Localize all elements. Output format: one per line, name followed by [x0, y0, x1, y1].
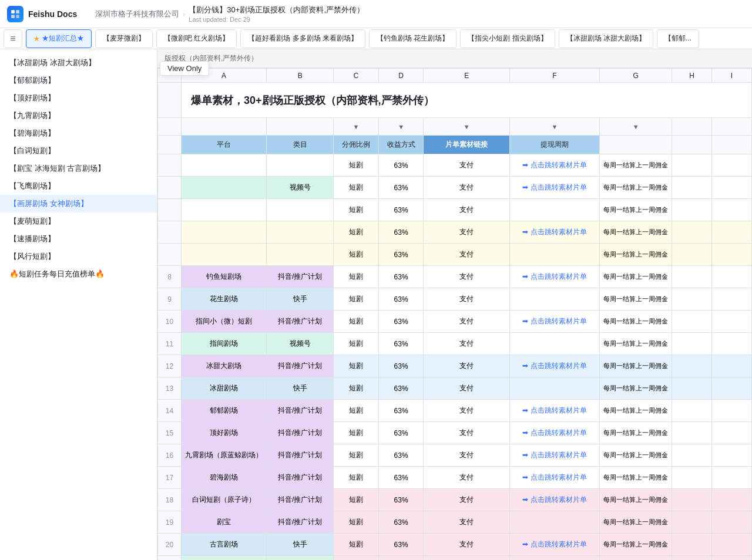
app-logo-icon: [7, 6, 24, 22]
col-header-h: [672, 136, 712, 154]
cell-platform: 九霄剧场（原蓝鲸剧场）: [182, 444, 267, 467]
breadcrumb-company[interactable]: 深圳市格子科技有限公司: [95, 9, 179, 19]
col-d-letter: D: [378, 69, 424, 83]
cell-period: 每周一结算上一周佣金: [600, 400, 672, 422]
cell-link[interactable]: ➡ 点击跳转素材片单: [509, 154, 599, 177]
cell-ratio: 63%: [378, 400, 424, 422]
cell-income: 支付: [424, 377, 509, 400]
breadcrumb-doc-title: 【剧分钱】30+剧场正版授权（内部资料,严禁外传）: [189, 5, 364, 15]
cell-period: 每周一结算上一周佣金: [600, 311, 672, 333]
tab-yuyu[interactable]: 【郁郁...: [657, 29, 699, 48]
cell-ratio: 63%: [378, 177, 424, 199]
sidebar-item-tasks[interactable]: 🔥短剧任务每日充值榜单🔥: [0, 265, 157, 283]
tab-summary[interactable]: ★★短剧汇总★: [26, 29, 92, 48]
cell-i: [712, 221, 752, 244]
cell-category: 短剧: [334, 467, 379, 489]
filter-cell-i: [712, 118, 752, 136]
cell-ratio: 63%: [378, 489, 424, 511]
cell-ratio: 63%: [378, 444, 424, 467]
cell-i: [712, 489, 752, 511]
breadcrumb: 深圳市格子科技有限公司 › 【剧分钱】30+剧场正版授权（内部资料,严禁外传） …: [95, 5, 364, 23]
row-number: [158, 154, 182, 177]
cell-link[interactable]: ➡ 点击跳转素材片单: [509, 467, 599, 489]
cell-income: 支付: [424, 333, 509, 355]
table-row: 14郁郁剧场抖音/推广计划短剧63%支付➡ 点击跳转素材片单每周一结算上一周佣金: [158, 400, 752, 422]
sidebar-item-feiying[interactable]: 【飞鹰剧场】: [0, 177, 157, 195]
table-row: 19剧宝抖音/推广计划短剧63%支付每周一结算上一周佣金: [158, 511, 752, 534]
cell-link: [509, 377, 599, 400]
sidebar-item-fengxing[interactable]: 【风行短剧】: [0, 248, 157, 265]
data-table: A B C D E F G H I: [157, 68, 752, 560]
sidebar-item-maimeng[interactable]: 【麦萌短剧】: [0, 212, 157, 230]
cell-i: [712, 333, 752, 355]
cell-ratio: 63%: [378, 422, 424, 444]
table-row: 13冰甜剧场快手短剧63%支付每周一结算上一周佣金: [158, 377, 752, 400]
sidebar-item-jiuxiao[interactable]: 【九霄剧场】: [0, 107, 157, 124]
sidebar-item-subo[interactable]: 【速播剧场】: [0, 230, 157, 248]
cell-h: [672, 556, 712, 561]
top-bar: Feishu Docs 深圳市格子科技有限公司 › 【剧分钱】30+剧场正版授权…: [0, 0, 752, 28]
row-num-title: [158, 83, 182, 118]
tab-chaohao[interactable]: 【超好看剧场 多多剧场 来看剧场】: [240, 29, 365, 48]
cell-i: [712, 244, 752, 266]
row-number: 18: [158, 489, 182, 511]
cell-period: 每周一结算上一周佣金: [600, 534, 672, 556]
cell-link[interactable]: ➡ 点击跳转素材片单: [509, 311, 599, 333]
cell-period: 每周一结算上一周佣金: [600, 444, 672, 467]
cell-link[interactable]: ➡ 点击跳转素材片单: [509, 422, 599, 444]
cell-i: [712, 288, 752, 311]
tab-bingtian[interactable]: 【冰甜剧场 冰甜大剧场】: [559, 29, 653, 48]
col-header-g: [600, 136, 672, 154]
row-number: 14: [158, 400, 182, 422]
cell-link[interactable]: ➡ 点击跳转素材片单: [509, 355, 599, 377]
tab-weiju[interactable]: 【微剧吧 红火剧场】: [156, 29, 237, 48]
sidebar-item-yuyu[interactable]: 【郁郁剧场】: [0, 72, 157, 89]
tab-zhijian[interactable]: 【指尖小短剧 指尖剧场】: [460, 29, 555, 48]
cell-platform-type: 快手: [267, 534, 334, 556]
cell-link[interactable]: ➡ 点击跳转素材片单: [509, 534, 599, 556]
sidebar-item-bihai[interactable]: 【碧海剧场】: [0, 124, 157, 142]
app-name: Feishu Docs: [28, 9, 77, 19]
cell-platform: 指间剧场: [182, 333, 267, 355]
logo-area: Feishu Docs: [7, 6, 89, 22]
cell-category: 短剧: [334, 154, 379, 177]
sidebar-item-jubao[interactable]: 【剧宝 冰海短剧 古言剧场】: [0, 160, 157, 177]
cell-category: 短剧: [334, 244, 379, 266]
tab-diaoyu[interactable]: 【钓鱼剧场 花生剧场】: [369, 29, 456, 48]
cell-h: [672, 177, 712, 199]
cell-ratio: 63%: [378, 154, 424, 177]
row-number: 19: [158, 511, 182, 534]
cell-i: [712, 311, 752, 333]
cell-platform: [182, 221, 267, 244]
cell-link[interactable]: ➡ 点击跳转素材片单: [509, 489, 599, 511]
filter-cell-b: [267, 118, 334, 136]
row-number: 9: [158, 288, 182, 311]
tab-maiya[interactable]: 【麦芽微剧】: [95, 29, 153, 48]
cell-ratio: 63%: [378, 333, 424, 355]
cell-ratio: 63%: [378, 288, 424, 311]
filter-cell-e: ▼: [424, 118, 509, 136]
tab-layers-button[interactable]: ≡: [4, 29, 22, 48]
cell-link[interactable]: ➡ 点击跳转素材片单: [509, 400, 599, 422]
cell-income: 支付: [424, 467, 509, 489]
cell-link[interactable]: ➡ 点击跳转素材片单: [509, 266, 599, 288]
cell-period: 每周一结算上一周佣金: [600, 377, 672, 400]
cell-platform-type: 视频号: [267, 177, 334, 199]
cell-platform: [182, 154, 267, 177]
cell-h: [672, 489, 712, 511]
cell-link[interactable]: ➡ 点击跳转素材片单: [509, 221, 599, 244]
cell-ratio: 63%: [378, 221, 424, 244]
cell-link: [509, 556, 599, 561]
sidebar-item-baici[interactable]: 【白词短剧】: [0, 142, 157, 160]
sidebar-item-dinghao[interactable]: 【顶好剧场】: [0, 89, 157, 107]
spreadsheet[interactable]: A B C D E F G H I: [157, 68, 752, 560]
cell-platform-type: 抖音/推广计划: [267, 489, 334, 511]
table-row: 21冰海短剧视频号短剧63%支付每周一结算上一周佣金: [158, 556, 752, 561]
sidebar-item-huaping[interactable]: 【画屏剧场 女神剧场】: [0, 195, 157, 212]
sidebar-item-bingtian[interactable]: 【冰甜剧场 冰甜大剧场】: [0, 54, 157, 72]
cell-category: 短剧: [334, 489, 379, 511]
cell-i: [712, 154, 752, 177]
cell-link[interactable]: ➡ 点击跳转素材片单: [509, 444, 599, 467]
cell-link: [509, 199, 599, 221]
cell-link[interactable]: ➡ 点击跳转素材片单: [509, 177, 599, 199]
